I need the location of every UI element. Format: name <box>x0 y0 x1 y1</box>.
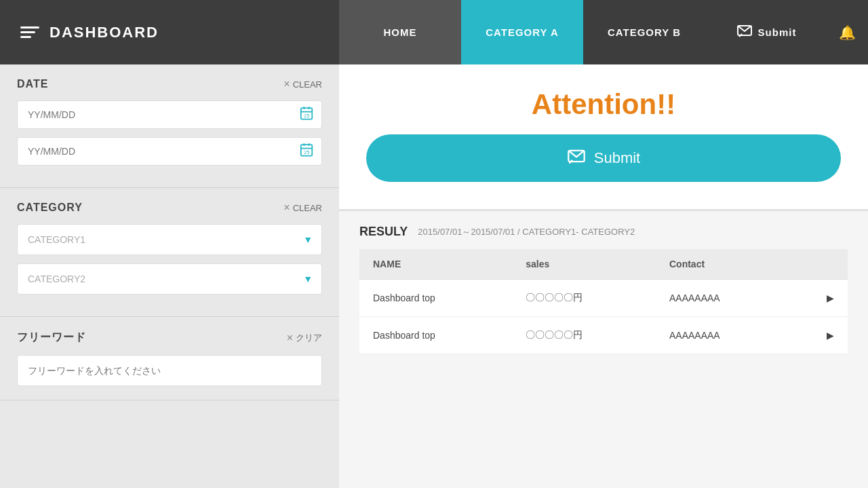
nav-item-home[interactable]: HOME <box>339 0 461 64</box>
table-row[interactable]: Dashboard top 〇〇〇〇〇円 AAAAAAAA ▶ <box>359 280 848 317</box>
col-header-action <box>789 249 848 280</box>
submit-big-icon <box>567 147 586 170</box>
submit-big-button[interactable]: Submit <box>366 134 841 182</box>
category1-wrapper: CATEGORY1 ▼ <box>17 224 322 255</box>
row2-name: Dashboard top <box>359 317 512 354</box>
result-table-header-row: NAME sales Contact <box>359 249 848 280</box>
row1-name: Dashboard top <box>359 280 512 317</box>
date-section: DATE × CLEAR 25 <box>0 64 339 188</box>
col-header-contact: Contact <box>656 249 789 280</box>
col-header-sales: sales <box>512 249 656 280</box>
date-clear-button[interactable]: × CLEAR <box>283 78 322 90</box>
freeword-section: フリーワード × クリア <box>0 317 339 400</box>
date-section-header: DATE × CLEAR <box>17 78 322 90</box>
freeword-clear-button[interactable]: × クリア <box>287 332 322 344</box>
date-clear-label: CLEAR <box>293 79 322 90</box>
row1-arrow-icon[interactable]: ▶ <box>789 280 848 317</box>
category-clear-label: CLEAR <box>293 203 322 213</box>
result-header: RESULY 2015/07/01～2015/07/01 / CATEGORY1… <box>359 225 848 239</box>
table-row[interactable]: Dashboard top 〇〇〇〇〇円 AAAAAAAA ▶ <box>359 317 848 354</box>
category2-wrapper: CATEGORY2 ▼ <box>17 263 322 295</box>
freeword-section-header: フリーワード × クリア <box>17 331 322 345</box>
result-table-head: NAME sales Contact <box>359 249 848 280</box>
nav-item-extra[interactable]: 🔔 <box>827 0 868 64</box>
bell-icon: 🔔 <box>839 24 856 41</box>
category-section-header: CATEGORY × CLEAR <box>17 202 322 214</box>
nav-item-category-a[interactable]: CATEGORY A <box>461 0 583 64</box>
category2-select[interactable]: CATEGORY2 <box>17 263 322 295</box>
freeword-section-title: フリーワード <box>17 331 86 345</box>
date1-input[interactable] <box>17 100 322 129</box>
attention-box: Attention!! Submit <box>339 64 868 211</box>
freeword-clear-x-icon: × <box>287 332 293 344</box>
category-clear-button[interactable]: × CLEAR <box>283 202 322 214</box>
result-label: RESULY <box>359 225 408 239</box>
category-b-label: CATEGORY B <box>608 26 681 38</box>
row1-contact: AAAAAAAA <box>656 280 789 317</box>
result-table-body: Dashboard top 〇〇〇〇〇円 AAAAAAAA ▶ Dashboar… <box>359 280 848 354</box>
date2-input[interactable] <box>17 137 322 166</box>
freeword-input[interactable] <box>17 355 322 386</box>
nav-item-submit[interactable]: Submit <box>705 0 827 64</box>
logo-icon <box>20 26 39 38</box>
submit-nav-label: Submit <box>758 26 797 38</box>
row2-sales: 〇〇〇〇〇円 <box>512 317 656 354</box>
category-clear-x-icon: × <box>283 202 290 214</box>
attention-title: Attention!! <box>366 88 841 121</box>
row2-contact: AAAAAAAA <box>656 317 789 354</box>
col-header-name: NAME <box>359 249 512 280</box>
navbar-nav: HOME CATEGORY A CATEGORY B Submit 🔔 <box>339 0 868 64</box>
home-label: HOME <box>384 26 417 38</box>
navbar-title: DASHBOARD <box>50 24 159 41</box>
svg-line-1 <box>739 34 742 37</box>
navbar-brand: DASHBOARD <box>0 0 339 64</box>
date2-wrapper: 25 <box>17 137 322 166</box>
date1-wrapper: 25 <box>17 100 322 129</box>
nav-item-category-b[interactable]: CATEGORY B <box>583 0 705 64</box>
result-table: NAME sales Contact Dashboard top 〇〇〇〇〇円 … <box>359 249 848 354</box>
category-a-label: CATEGORY A <box>486 26 559 38</box>
submit-big-label: Submit <box>594 149 640 167</box>
sidebar: DATE × CLEAR 25 <box>0 64 339 488</box>
submit-nav-icon <box>736 22 753 42</box>
category-section-title: CATEGORY <box>17 202 83 214</box>
category-section: CATEGORY × CLEAR CATEGORY1 ▼ CATEGORY2 ▼ <box>0 188 339 317</box>
row2-arrow-icon[interactable]: ▶ <box>789 317 848 354</box>
svg-line-13 <box>569 160 572 164</box>
navbar: DASHBOARD HOME CATEGORY A CATEGORY B Sub… <box>0 0 868 64</box>
row1-sales: 〇〇〇〇〇円 <box>512 280 656 317</box>
date-section-title: DATE <box>17 78 48 90</box>
category1-select[interactable]: CATEGORY1 <box>17 224 322 255</box>
freeword-clear-label: クリア <box>296 332 322 344</box>
date-clear-x-icon: × <box>283 78 290 90</box>
result-range: 2015/07/01～2015/07/01 / CATEGORY1- CATEG… <box>418 226 635 238</box>
result-section: RESULY 2015/07/01～2015/07/01 / CATEGORY1… <box>339 211 868 368</box>
main-content: Attention!! Submit RESULY 2015/07/01～201… <box>339 64 868 488</box>
